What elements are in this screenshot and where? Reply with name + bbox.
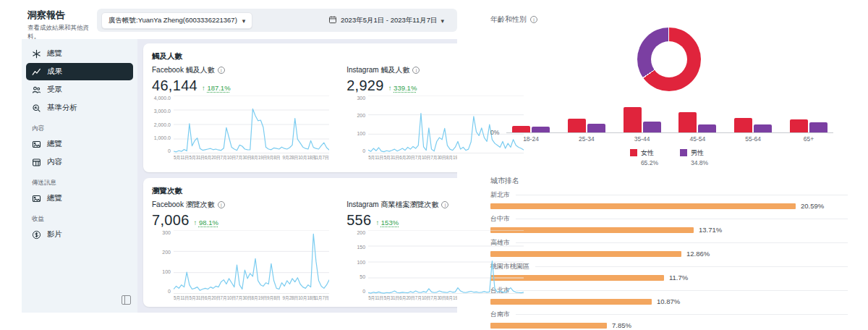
date-range-picker[interactable]: 2023年5月1日 - 2023年11月7日 [324, 14, 448, 26]
city-name: 新北市 [490, 190, 510, 200]
sidebar-item-label: 基準分析 [47, 103, 77, 113]
legend-total: 65.2% [641, 159, 658, 166]
plot-area [368, 96, 524, 153]
sidebar-item[interactable]: 總覽 [26, 135, 133, 153]
sidebar-item-label: 總覽 [47, 193, 62, 203]
city-row: 桃園市桃園區11.7% [490, 262, 848, 282]
legend-total: 34.8% [691, 159, 708, 166]
city-ranking: 城市排名 新北市20.59%台中市13.71%高雄市12.86%桃園市桃園區11… [490, 176, 848, 330]
divider [516, 290, 848, 291]
metric-change: 339.1% [388, 84, 417, 92]
city-bar [490, 203, 796, 209]
metric-value: 7,006 [152, 212, 190, 229]
age-category-label: 65+ [790, 135, 827, 143]
female-bar [678, 112, 697, 132]
gallery-icon [32, 194, 41, 203]
age-group-bars [568, 119, 605, 132]
metric-panel: Facebook 觸及人數 46,144 187.1% 4,000.03,000… [152, 65, 329, 161]
plot-area [174, 96, 329, 153]
age-category-label: 25-34 [568, 135, 605, 143]
info-icon[interactable] [530, 16, 537, 23]
insights-dashboard: 洞察報告 查看成效結果和其他資料。 廣告帳號:YuanYa Zheng(6003… [0, 0, 868, 330]
metric-change: 187.1% [202, 84, 231, 92]
info-icon[interactable] [412, 67, 420, 74]
plot-area [368, 230, 524, 294]
topbar-strip: 廣告帳號:YuanYa Zheng(6003336221367) 2023年5月… [97, 9, 457, 32]
info-icon[interactable] [441, 201, 448, 208]
legend-item-female: 女性 65.2% [630, 148, 658, 166]
sidebar-item[interactable]: 總覽 [26, 45, 133, 62]
city-percentage: 12.86% [686, 250, 710, 258]
metric-panel: Facebook 瀏覽次數 7,006 98.1% 3002001000 [152, 200, 329, 301]
x-axis-labels: 5月11日5月31日6月20日7月10日7月30日8月19日9月8日9月28日1… [174, 155, 329, 161]
city-percentage: 7.85% [612, 321, 631, 329]
info-icon[interactable] [218, 67, 225, 74]
city-percentage: 13.71% [699, 226, 722, 234]
city-row: 台南市7.85% [490, 310, 848, 329]
male-bar [643, 122, 661, 132]
collapse-sidebar-button[interactable] [119, 293, 133, 307]
line-chart: 3002001000 [152, 230, 329, 294]
benchmark-icon [32, 103, 41, 113]
legend-item-male: 男性 34.8% [680, 148, 708, 166]
male-bar [532, 127, 550, 132]
sidebar-item-label: 內容 [47, 157, 62, 167]
gender-donut-chart [637, 28, 701, 91]
account-selector-label: 廣告帳號:YuanYa Zheng(6003336221367) [109, 16, 237, 25]
account-selector[interactable]: 廣告帳號:YuanYa Zheng(6003336221367) [101, 12, 252, 29]
metric-name: Instagram 商業檔案瀏覽次數 [346, 200, 438, 210]
city-name: 台南市 [490, 310, 510, 319]
sidebar-item-label: 影片 [47, 229, 62, 240]
sidebar-item[interactable]: 內容 [26, 153, 133, 171]
sidebar-item-label: 成果 [47, 67, 62, 77]
up-arrow-icon [194, 219, 199, 227]
female-bar [568, 119, 586, 132]
sidebar-item[interactable]: 總覽 [26, 190, 133, 207]
y-axis-labels: 3002001000 [346, 96, 365, 153]
dollar-icon [32, 230, 41, 240]
sidebar-item[interactable]: 基準分析 [26, 99, 133, 117]
city-bar [490, 323, 607, 329]
sidebar-item[interactable]: 受眾 [26, 81, 133, 98]
card-title: 觸及人數 [152, 51, 182, 62]
metric-change: 98.1% [194, 219, 218, 227]
male-bar [587, 124, 605, 132]
age-category-label: 55-64 [734, 135, 772, 143]
sidebar-item[interactable]: 成果 [26, 63, 133, 80]
x-axis-labels: 5月11日5月31日6月20日7月10日7月30日8月19日9月8日9月28日1… [174, 295, 329, 301]
legend-label: 女性 [641, 148, 658, 158]
age-category-labels: 18-2425-3435-4445-5455-6465+ [506, 135, 833, 143]
city-percentage: 11.7% [669, 274, 688, 282]
male-bar [754, 124, 772, 132]
info-icon[interactable] [218, 201, 225, 208]
date-range-label: 2023年5月1日 - 2023年11月7日 [341, 16, 437, 25]
city-row: 新北市20.59% [490, 190, 848, 210]
grid-icon [32, 158, 41, 167]
age-group-bars [624, 107, 661, 132]
divider [516, 242, 848, 243]
results-icon [32, 67, 41, 77]
plot-area [174, 230, 329, 294]
city-row: 高雄市12.86% [490, 238, 848, 258]
male-bar [698, 124, 716, 132]
female-bar [734, 118, 752, 132]
up-arrow-icon [375, 219, 380, 227]
sidebar: 總覽成果受眾基準分析內容總覽內容傳送訊息總覽收益影片 [22, 39, 137, 313]
line-chart: 4,000.03,000.02,000.01,000.00 [152, 96, 329, 153]
chevron-down-icon [242, 17, 246, 25]
city-percentage: 10.87% [657, 297, 680, 305]
male-bar [809, 122, 827, 132]
age-category-label: 45-54 [678, 135, 716, 143]
gender-legend: 女性 65.2% 男性 34.8% [490, 148, 848, 166]
topbar: 洞察報告 查看成效結果和其他資料。 廣告帳號:YuanYa Zheng(6003… [0, 0, 457, 39]
female-bar [790, 119, 808, 132]
collapse-icon [122, 295, 131, 305]
age-category-label: 35-44 [624, 135, 661, 143]
sidebar-section-label: 收益 [32, 215, 133, 224]
age-group-bars [790, 119, 827, 132]
sidebar-item-label: 總覽 [47, 48, 62, 59]
age-group-bars [678, 112, 716, 132]
sidebar-item[interactable]: 影片 [26, 226, 133, 243]
audience-icon [32, 85, 41, 95]
city-percentage: 20.59% [801, 202, 824, 210]
